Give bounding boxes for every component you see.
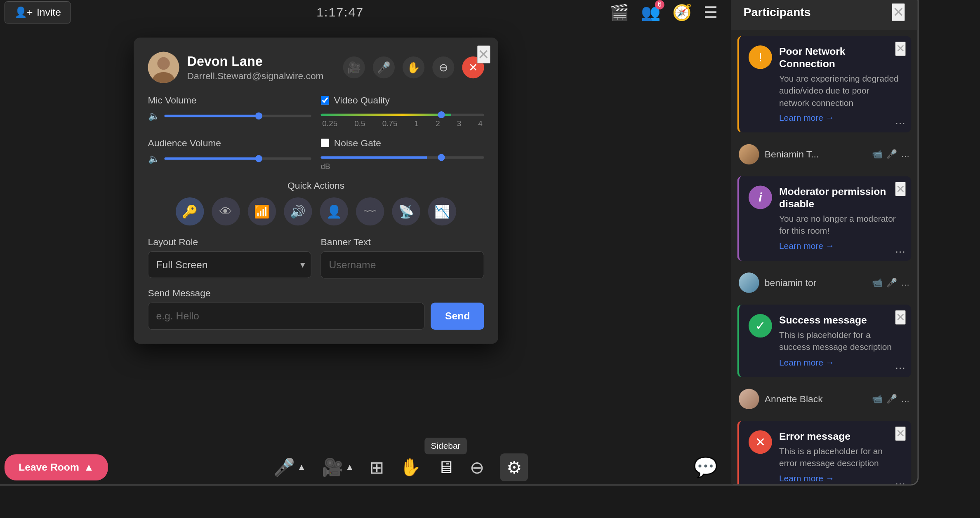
notif-more-moderator[interactable]: … (895, 243, 906, 255)
banner-text-input[interactable] (321, 251, 484, 279)
notif-close-moderator[interactable]: ✕ (895, 182, 906, 197)
sidebar-header: Participants ✕ (731, 0, 917, 30)
notif-learn-more-network[interactable]: Learn more → (779, 113, 902, 123)
settings-bottom-button[interactable]: ⚙ (500, 453, 528, 481)
participant-icons-ab: 📹 🎤 … (872, 394, 909, 404)
film-icon[interactable]: 🎬 (610, 3, 629, 22)
key-action-button[interactable]: 🔑 (176, 197, 204, 225)
video-quality-section: Video Quality 0.25 0.5 0.75 1 2 3 4 (321, 95, 484, 128)
layout-button[interactable]: ⊞ (370, 457, 384, 477)
sidebar-title: Participants (744, 6, 811, 19)
notif-close-success[interactable]: ✕ (895, 310, 906, 325)
audience-volume-label: Audience Volume (148, 138, 311, 149)
notif-more-success[interactable]: … (895, 359, 906, 371)
participant-dialog: ✕ Devon Lane Darrell.Steward@signalwire.… (134, 38, 499, 344)
audience-volume-section: Audience Volume 🔈 (148, 138, 311, 171)
mic-bottom-button[interactable]: 🎤 ▲ (273, 457, 306, 477)
notif-card-success: ✕ ✓ Success message This is placeholder … (737, 305, 912, 377)
header-actions: 🎥 🎤 ✋ ⊖ ✕ (343, 56, 484, 78)
participant-avatar-bt (739, 144, 759, 164)
dialog-close-button[interactable]: ✕ (477, 46, 490, 64)
mic-icon-2: 🎤 (887, 278, 898, 288)
user-info: Devon Lane Darrell.Steward@signalwire.co… (187, 54, 335, 81)
video-toggle-button[interactable]: 🎥 (343, 56, 365, 78)
send-message-input[interactable] (148, 303, 425, 330)
notif-close-error[interactable]: ✕ (895, 427, 906, 441)
sidebar-close-button[interactable]: ✕ (892, 3, 905, 21)
graph-action-button[interactable]: 📉 (428, 197, 456, 225)
notif-learn-more-success[interactable]: Learn more → (779, 357, 902, 368)
bottom-bar: Leave Room ▲ 🎤 ▲ 🎥 ▲ ⊞ ✋ Sidebar 🖥 ⊖ (0, 448, 733, 485)
participant-name-bt: Beniamin T... (765, 149, 867, 160)
top-bar: 👤+ Invite 1:17:47 🎬 👥 6 🧭 ☰ (0, 0, 733, 30)
mic-toggle-button[interactable]: 🎤 (373, 56, 395, 78)
notif-learn-more-error[interactable]: Learn more → (779, 473, 902, 484)
more-icon-3[interactable]: … (901, 394, 910, 404)
mic-volume-label: Mic Volume (148, 95, 311, 106)
video-quality-slider[interactable] (321, 114, 484, 116)
mute-bottom-button[interactable]: ⊖ (470, 457, 485, 477)
notif-desc-moderator: You are no longer a moderator for this r… (779, 213, 902, 238)
quick-actions-row: 🔑 👁 📶 🔊 👤 〰 📡 📉 (148, 197, 484, 225)
noise-gate-checkbox[interactable] (321, 139, 330, 148)
hand-bottom-button[interactable]: ✋ (400, 457, 422, 477)
layout-role-select[interactable]: Full Screen Standard Minimized (148, 251, 311, 278)
participant-icons-bt: 📹 🎤 … (872, 150, 909, 160)
send-message-label: Send Message (148, 288, 484, 299)
avatar (148, 52, 179, 83)
main-video-area: 👤+ Invite 1:17:47 🎬 👥 6 🧭 ☰ ✕ (0, 0, 733, 485)
mute-button[interactable]: ⊖ (433, 56, 455, 78)
invite-label: Invite (37, 6, 61, 18)
broadcast-action-button[interactable]: 📡 (392, 197, 420, 225)
mic-volume-section: Mic Volume 🔈 (148, 95, 311, 128)
audience-volume-slider[interactable] (165, 157, 311, 160)
notif-icon-success: ✓ (749, 314, 772, 338)
wave-action-button[interactable]: 〰 (356, 197, 384, 225)
notif-card-network: ✕ ! Poor Network Connection You are expe… (737, 36, 912, 133)
mic-icon: 🎤 (887, 150, 898, 160)
eye-action-button[interactable]: 👁 (212, 197, 240, 225)
invite-button[interactable]: 👤+ Invite (5, 1, 71, 23)
participant-avatar-ab (739, 389, 759, 409)
participant-item-beniamin-tor: beniamin tor 📹 🎤 … (731, 267, 917, 298)
notif-content-success: Success message This is placeholder for … (779, 314, 902, 368)
notif-title-success: Success message (779, 314, 902, 326)
hand-button[interactable]: ✋ (403, 56, 424, 78)
video-quality-checkbox[interactable] (321, 96, 330, 105)
camera-bottom-button[interactable]: 🎥 ▲ (322, 457, 354, 477)
add-person-icon: 👤+ (14, 6, 33, 18)
participant-count-badge: 6 (655, 0, 664, 9)
participant-avatar-bt2 (739, 273, 759, 293)
noise-gate-section: Noise Gate dB (321, 138, 484, 171)
user-action-button[interactable]: 👤 (320, 197, 348, 225)
chevron-up-icon: ▲ (84, 461, 94, 473)
db-label: dB (321, 162, 484, 171)
notif-more-error[interactable]: … (895, 475, 906, 485)
screen-share-button[interactable]: 🖥 (437, 457, 455, 477)
notif-learn-more-moderator[interactable]: Learn more → (779, 241, 902, 252)
notif-icon-error: ✕ (749, 430, 772, 454)
participants-icon[interactable]: 👥 6 (641, 3, 661, 22)
notif-more-network[interactable]: … (895, 115, 906, 127)
menu-icon[interactable]: ☰ (704, 3, 718, 21)
audio-action-button[interactable]: 🔊 (284, 197, 312, 225)
notif-card-error: ✕ ✕ Error message This is a placeholder … (737, 421, 912, 485)
participant-name-ab: Annette Black (765, 394, 867, 405)
mic-slider-row: 🔈 (148, 110, 311, 122)
more-icon[interactable]: … (901, 150, 910, 160)
top-right-icons: 🎬 👥 6 🧭 ☰ (610, 3, 718, 22)
send-message-row: Send (148, 303, 484, 330)
notif-icon-warning: ! (749, 46, 772, 69)
send-button[interactable]: Send (431, 303, 484, 330)
send-message-section: Send Message Send (148, 288, 484, 330)
more-icon-2[interactable]: … (901, 278, 910, 288)
speaker-icon: 🔈 (148, 110, 160, 122)
chat-button[interactable]: 💬 (693, 456, 718, 478)
compass-icon[interactable]: 🧭 (672, 3, 692, 22)
leave-room-button[interactable]: Leave Room ▲ (5, 454, 108, 480)
mic-volume-slider[interactable] (165, 115, 311, 117)
signal-action-button[interactable]: 📶 (248, 197, 276, 225)
noise-gate-slider[interactable] (321, 156, 484, 159)
participant-icons-bt2: 📹 🎤 … (872, 278, 909, 288)
notif-close-network[interactable]: ✕ (895, 42, 906, 56)
